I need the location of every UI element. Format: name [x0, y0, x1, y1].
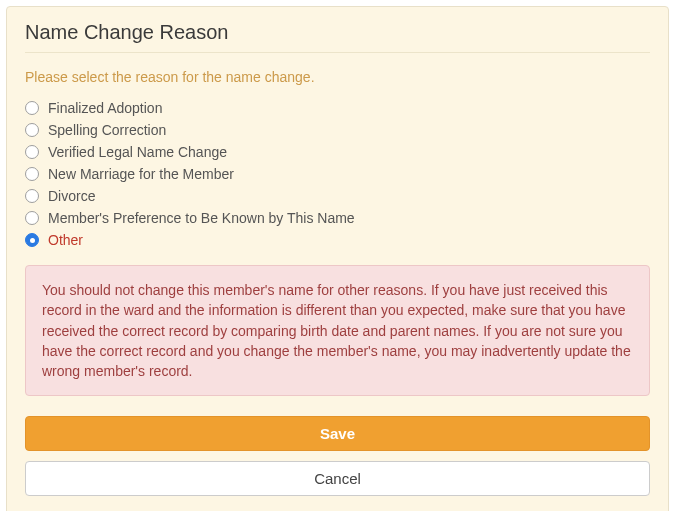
- option-spelling-correction[interactable]: Spelling Correction: [25, 119, 650, 141]
- name-change-reason-panel: Name Change Reason Please select the rea…: [6, 6, 669, 511]
- radio-icon: [25, 167, 39, 181]
- option-label: Member's Preference to Be Known by This …: [48, 207, 355, 229]
- radio-icon: [25, 145, 39, 159]
- option-label: Other: [48, 229, 83, 251]
- option-finalized-adoption[interactable]: Finalized Adoption: [25, 97, 650, 119]
- instruction-text: Please select the reason for the name ch…: [25, 69, 650, 85]
- option-label: Divorce: [48, 185, 95, 207]
- option-member-preference[interactable]: Member's Preference to Be Known by This …: [25, 207, 650, 229]
- option-label: New Marriage for the Member: [48, 163, 234, 185]
- radio-icon: [25, 189, 39, 203]
- radio-icon: [25, 101, 39, 115]
- option-new-marriage[interactable]: New Marriage for the Member: [25, 163, 650, 185]
- radio-icon: [25, 123, 39, 137]
- option-label: Verified Legal Name Change: [48, 141, 227, 163]
- save-button[interactable]: Save: [25, 416, 650, 451]
- radio-icon: [25, 211, 39, 225]
- option-label: Finalized Adoption: [48, 97, 162, 119]
- option-other[interactable]: Other: [25, 229, 650, 251]
- cancel-button[interactable]: Cancel: [25, 461, 650, 496]
- warning-alert: You should not change this member's name…: [25, 265, 650, 396]
- reason-options: Finalized Adoption Spelling Correction V…: [25, 97, 650, 251]
- panel-title: Name Change Reason: [25, 21, 650, 53]
- option-divorce[interactable]: Divorce: [25, 185, 650, 207]
- option-verified-legal-name-change[interactable]: Verified Legal Name Change: [25, 141, 650, 163]
- radio-icon: [25, 233, 39, 247]
- option-label: Spelling Correction: [48, 119, 166, 141]
